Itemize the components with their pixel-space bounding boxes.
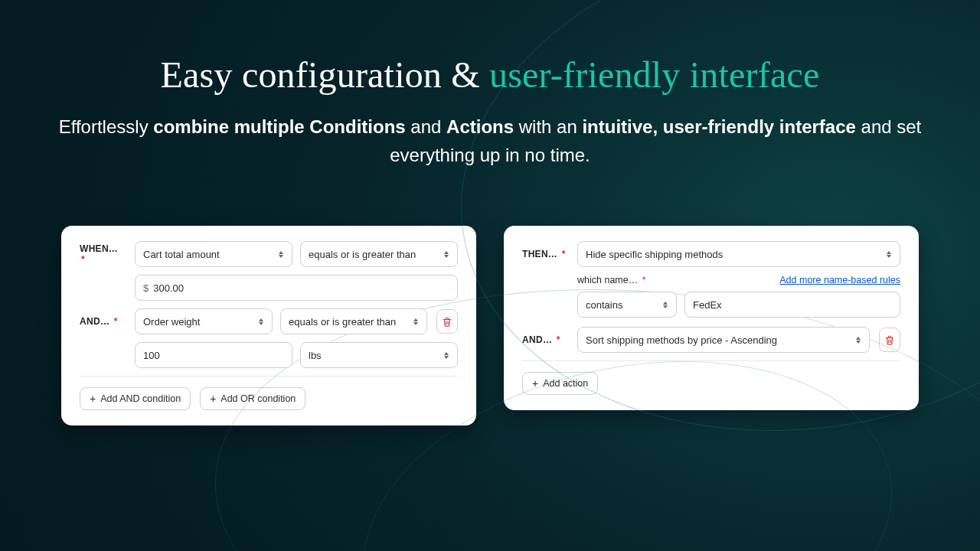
condition-amount-row: $ 300.00	[80, 275, 458, 301]
condition-field-select[interactable]: Cart total amount	[135, 241, 292, 267]
action-select-2[interactable]: Sort shipping methods by price - Ascendi…	[577, 327, 870, 353]
action-row-and: AND… * Sort shipping methods by price - …	[522, 327, 900, 353]
condition-row-and: AND… * Order weight equals or is greater…	[80, 308, 458, 334]
action-select[interactable]: Hide specific shipping methods	[577, 241, 900, 267]
amount-input[interactable]: $ 300.00	[135, 275, 458, 301]
conditions-card: WHEN… * Cart total amount equals or is g…	[61, 226, 476, 425]
hero: Easy configuration & user-friendly inter…	[0, 0, 980, 169]
delete-condition-button[interactable]	[436, 309, 458, 334]
updown-icon	[884, 249, 893, 259]
trash-icon	[442, 316, 452, 328]
name-operator-select[interactable]: contains	[577, 292, 677, 318]
condition-field-select-2[interactable]: Order weight	[135, 308, 273, 334]
plus-icon: +	[90, 393, 96, 404]
page-title: Easy configuration & user-friendly inter…	[0, 54, 980, 96]
condition-operator-select-2[interactable]: equals or is greater than	[280, 308, 427, 334]
actions-card: THEN… * Hide specific shipping methods w…	[504, 226, 919, 410]
which-name-label: which name… *	[577, 275, 646, 285]
add-or-condition-button[interactable]: + Add OR condition	[200, 387, 305, 410]
title-plain: Easy configuration &	[161, 54, 489, 95]
condition-operator-select[interactable]: equals or is greater than	[300, 241, 458, 267]
weight-unit-select[interactable]: lbs	[300, 342, 458, 368]
updown-icon	[276, 249, 286, 259]
updown-icon	[854, 334, 863, 345]
when-label: WHEN… *	[80, 243, 126, 265]
page-subtitle: Effortlessly combine multiple Conditions…	[0, 112, 980, 169]
weight-value-input[interactable]: 100	[135, 342, 292, 368]
trash-icon	[884, 334, 895, 346]
plus-icon: +	[210, 393, 216, 404]
add-name-rules-link[interactable]: Add more name-based rules	[779, 275, 900, 285]
condition-buttons: + Add AND condition + Add OR condition	[80, 387, 458, 410]
and-label: AND… *	[80, 316, 126, 327]
title-accent: user-friendly interface	[489, 54, 819, 95]
action-buttons: + Add action	[522, 372, 900, 395]
action-row-then: THEN… * Hide specific shipping methods	[522, 241, 900, 267]
updown-icon	[442, 249, 451, 259]
add-and-condition-button[interactable]: + Add AND condition	[80, 387, 191, 410]
delete-action-button[interactable]	[879, 328, 900, 352]
name-value-input[interactable]: FedEx	[684, 292, 900, 318]
currency-prefix: $	[143, 282, 153, 294]
updown-icon	[661, 299, 670, 310]
and-label-actions: AND… *	[522, 334, 568, 345]
plus-icon: +	[532, 378, 538, 389]
condition-weight-value-row: 100 lbs	[80, 342, 458, 368]
then-label: THEN… *	[522, 249, 568, 259]
updown-icon	[411, 316, 420, 327]
divider	[80, 376, 458, 377]
updown-icon	[256, 316, 266, 327]
name-rule-subgroup: which name… * Add more name-based rules …	[577, 275, 900, 318]
condition-row-when: WHEN… * Cart total amount equals or is g…	[80, 241, 458, 267]
divider	[522, 360, 900, 361]
updown-icon	[442, 350, 451, 360]
add-action-button[interactable]: + Add action	[522, 372, 598, 395]
